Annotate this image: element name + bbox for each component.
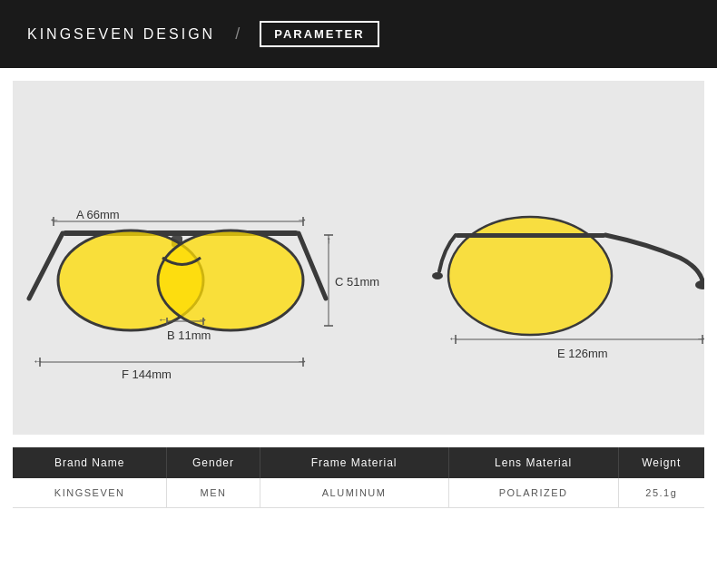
svg-text:→: → [297, 213, 308, 226]
value-gender: MEN [167, 478, 260, 508]
header-weight: Weignt [618, 447, 704, 478]
svg-point-3 [158, 230, 303, 330]
specs-table: Brand Name Gender Frame Material Lens Ma… [13, 447, 704, 508]
diagram-area: A 66mm ← → B 11mm ← → C 51mm ← F 144mm ←… [13, 81, 704, 435]
svg-text:←: ← [448, 332, 459, 345]
dim-a-label: A 66mm [76, 208, 120, 221]
dim-b-label: B 11mm [167, 328, 211, 342]
svg-text:←: ← [324, 236, 335, 246]
glasses-diagram: A 66mm ← → B 11mm ← → C 51mm ← F 144mm ←… [13, 81, 704, 435]
header-gender: Gender [167, 447, 260, 478]
specs-header-row: Brand Name Gender Frame Material Lens Ma… [13, 447, 704, 478]
svg-text:←: ← [33, 355, 44, 368]
header-brand-name: Brand Name [13, 447, 167, 478]
svg-rect-26 [456, 233, 605, 238]
value-frame: ALUMINUM [260, 478, 448, 508]
dim-c-label: C 51mm [335, 275, 379, 289]
svg-text:←: ← [158, 314, 168, 325]
parameter-badge: PARAMETER [260, 21, 378, 47]
value-weight: 25.1g [618, 478, 704, 508]
svg-text:→: → [696, 332, 704, 345]
svg-point-28 [432, 272, 443, 279]
brand-name: KINGSEVEN DESIGN [27, 26, 215, 43]
value-lens: POLARIZED [448, 478, 618, 508]
header-lens-material: Lens Material [448, 447, 618, 478]
svg-text:←: ← [49, 213, 60, 226]
svg-text:→: → [297, 355, 308, 368]
svg-point-27 [695, 280, 704, 289]
header-slash: / [235, 24, 240, 44]
header: KINGSEVEN DESIGN / PARAMETER [0, 0, 717, 68]
svg-text:→: → [198, 314, 208, 325]
value-brand: KINGSEVEN [13, 478, 167, 508]
specs-data-row: KINGSEVEN MEN ALUMINUM POLARIZED 25.1g [13, 478, 704, 508]
svg-line-4 [29, 233, 63, 299]
dim-e-label: E 126mm [557, 347, 608, 360]
header-frame-material: Frame Material [260, 447, 448, 478]
dim-f-label: F 144mm [122, 368, 172, 381]
